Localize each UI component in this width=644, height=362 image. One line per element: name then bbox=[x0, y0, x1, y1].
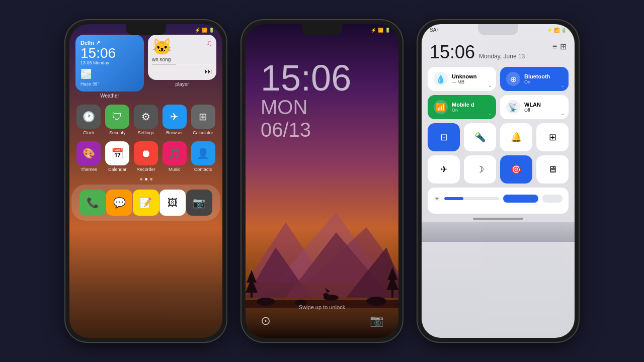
player-widget-col: 🐱 ♫ wn song ⏭ player bbox=[148, 35, 216, 99]
lock-date: 06/13 bbox=[261, 119, 398, 141]
phone-control-center: SA+ ⚡ 📶 🔋 15:06 Monday, June 13 ≡ ⊞ bbox=[418, 20, 579, 342]
cc-bluetooth-sub: On bbox=[524, 79, 562, 84]
cc-list-icon[interactable]: ≡ bbox=[552, 42, 557, 51]
weather-time: 15:06 bbox=[80, 46, 139, 60]
clock-icon: 🕐 bbox=[76, 105, 101, 129]
cc-mobile-sub: On bbox=[452, 108, 490, 113]
cc-btn-airplane[interactable]: ✈ bbox=[428, 155, 460, 184]
notch-lock bbox=[302, 24, 342, 35]
app-browser[interactable]: ✈ Browser bbox=[161, 105, 188, 135]
weather-label: Weather bbox=[75, 93, 144, 99]
water-drop-icon: 💧 bbox=[434, 72, 448, 86]
app-calendar-label: Calendar bbox=[108, 167, 127, 172]
notch bbox=[126, 24, 166, 35]
widgets-row: Delhi ↗ 15:06 13 06 Monday 🌫️ Haze 39° W… bbox=[75, 35, 216, 99]
cc-bt-icon: ⚡ bbox=[547, 28, 552, 33]
cc-tile-unknown[interactable]: 💧 Unknown — MB ⌄ bbox=[428, 67, 496, 91]
player-widget[interactable]: 🐱 ♫ wn song ⏭ bbox=[148, 35, 216, 80]
settings-icon: ⚙ bbox=[134, 105, 158, 129]
dock-gallery[interactable]: 🖼 bbox=[159, 190, 186, 216]
app-contacts[interactable]: 👤 Contacts bbox=[190, 141, 216, 172]
app-recorder-label: Recorder bbox=[136, 167, 155, 172]
page-dots bbox=[69, 178, 222, 180]
dock-camera[interactable]: 📷 bbox=[186, 190, 212, 216]
cc-expand-bt[interactable]: ⌄ bbox=[560, 82, 565, 88]
cc-header: 15:06 Monday, June 13 ≡ ⊞ bbox=[422, 35, 575, 67]
cc-status-right: ⚡ 📶 🔋 bbox=[547, 28, 567, 33]
cc-tile-bluetooth[interactable]: ⊕ Bluetooth On ⌄ bbox=[500, 67, 569, 91]
cc-top-icons: ≡ ⊞ bbox=[552, 42, 567, 51]
player-top: 🐱 ♫ bbox=[152, 39, 212, 55]
app-music-label: Music bbox=[169, 167, 181, 172]
app-recorder[interactable]: ⏺ Recorder bbox=[133, 141, 159, 172]
dock-phone[interactable]: 📞 bbox=[79, 190, 106, 216]
cast-icon: ⊞ bbox=[549, 132, 556, 143]
app-settings-label: Settings bbox=[138, 130, 154, 135]
cc-slider-brightness: ☀ bbox=[428, 188, 569, 214]
lock-swipe-text: Swipe up to unlock bbox=[299, 304, 345, 310]
cc-wlan-name: WLAN bbox=[524, 102, 562, 108]
lock-status-right: ⚡ 📶 🔋 bbox=[371, 28, 390, 33]
lock-bottom-bar: ⊙ 📷 bbox=[246, 314, 398, 328]
cc-btn-flashlight[interactable]: 🔦 bbox=[464, 123, 496, 151]
lock-fingerprint-icon[interactable]: ⊙ bbox=[261, 314, 271, 328]
cc-tile-wlan[interactable]: 📡 WLAN Off ⌄ bbox=[500, 95, 569, 119]
mountain-scene bbox=[246, 182, 398, 308]
lock-camera-icon[interactable]: 📷 bbox=[370, 314, 383, 327]
brightness-slider[interactable] bbox=[444, 197, 499, 200]
app-music[interactable]: 🎵 Music bbox=[161, 141, 188, 172]
cc-btn-location[interactable]: 🎯 bbox=[500, 155, 532, 184]
flashlight-icon: 🔦 bbox=[474, 132, 486, 143]
app-security[interactable]: 🛡 Security bbox=[104, 105, 131, 135]
phone-home: ⚡ 📶 🔋 Delhi ↗ 15:06 13 06 Monday 🌫️ Haze… bbox=[65, 20, 226, 342]
cc-btn-screen-record[interactable]: 🖥 bbox=[536, 155, 569, 184]
lock-date-line: MON 06/13 bbox=[246, 96, 398, 141]
cc-btn-alarm[interactable]: 🔔 bbox=[500, 123, 532, 151]
app-grid-row2: 🎨 Themes 📅 Calendar ⏺ Recorder 🎵 Music 👤 bbox=[75, 141, 216, 172]
signal-icon: 📶 bbox=[202, 28, 207, 33]
app-settings[interactable]: ⚙ Settings bbox=[133, 105, 159, 135]
status-right: ⚡ 📶 🔋 bbox=[195, 28, 214, 33]
notes-icon: 📝 bbox=[133, 190, 159, 216]
dock: 📞 💬 📝 🖼 📷 bbox=[71, 185, 220, 221]
weather-date: 13 06 Monday bbox=[80, 60, 139, 65]
cc-expand-wlan[interactable]: ⌄ bbox=[560, 111, 565, 116]
cc-expand-mobile[interactable]: ⌄ bbox=[488, 111, 492, 116]
brightness-indicator-2 bbox=[542, 195, 562, 203]
cc-date: Monday, June 13 bbox=[479, 53, 525, 60]
cc-btn-screenshot[interactable]: ⊡ bbox=[428, 123, 460, 151]
cc-tile-wlan-text: WLAN Off bbox=[524, 102, 562, 113]
cc-mobile-name: Mobile d bbox=[452, 102, 490, 108]
weather-widget[interactable]: Delhi ↗ 15:06 13 06 Monday 🌫️ Haze 39° bbox=[75, 35, 144, 92]
weather-widget-col: Delhi ↗ 15:06 13 06 Monday 🌫️ Haze 39° W… bbox=[75, 35, 144, 99]
app-clock-label: Clock bbox=[83, 130, 95, 135]
phone-lock: ⚡ 📶 🔋 15:06 MON 06/13 bbox=[242, 20, 403, 342]
cc-grid-icon[interactable]: ⊞ bbox=[560, 42, 567, 51]
lock-battery-icon: 🔋 bbox=[385, 28, 390, 33]
cc-btn-cast[interactable]: ⊞ bbox=[536, 123, 569, 151]
play-next-icon[interactable]: ⏭ bbox=[204, 67, 212, 76]
app-themes[interactable]: 🎨 Themes bbox=[75, 141, 102, 172]
brightness-indicator bbox=[503, 195, 538, 203]
app-calculator[interactable]: ⊞ Calculator bbox=[190, 105, 216, 135]
dot-1 bbox=[140, 178, 142, 180]
dock-notes[interactable]: 📝 bbox=[133, 190, 159, 216]
airplane-icon: ✈ bbox=[440, 164, 448, 175]
camera-icon: 📷 bbox=[186, 190, 212, 216]
lock-status-left bbox=[254, 27, 255, 33]
app-clock[interactable]: 🕐 Clock bbox=[75, 105, 102, 135]
messages-icon: 💬 bbox=[106, 190, 132, 216]
dock-messages[interactable]: 💬 bbox=[106, 190, 132, 216]
music-icon: 🎵 bbox=[163, 141, 187, 165]
cc-wlan-sub: Off bbox=[524, 108, 562, 113]
cc-tile-mobile-data[interactable]: 📶 Mobile d On ⌄ bbox=[428, 95, 496, 119]
cc-time-date: 15:06 Monday, June 13 bbox=[430, 42, 525, 63]
app-calendar[interactable]: 📅 Calendar bbox=[104, 141, 131, 172]
player-progress bbox=[152, 64, 212, 65]
theme-icon: ☽ bbox=[476, 164, 484, 175]
cc-btn-theme[interactable]: ☽ bbox=[464, 155, 496, 184]
weather-icon: 🌫️ bbox=[80, 68, 139, 79]
browser-icon: ✈ bbox=[163, 105, 187, 129]
cc-tiles-grid: 💧 Unknown — MB ⌄ ⊕ Bluetooth On ⌄ 📶 bbox=[422, 67, 575, 123]
cc-expand-unknown[interactable]: ⌄ bbox=[488, 82, 492, 88]
